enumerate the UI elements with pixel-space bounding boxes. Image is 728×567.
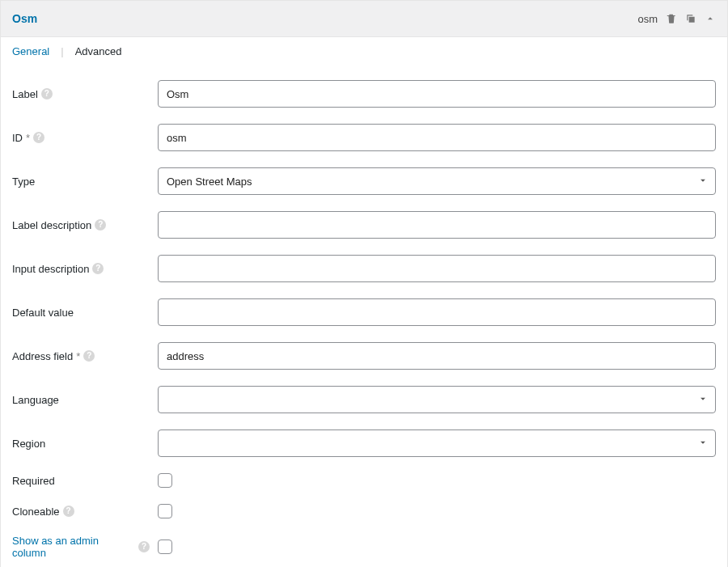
collapse-icon[interactable] bbox=[705, 13, 716, 24]
field-label-text: Cloneable bbox=[12, 506, 60, 518]
field-label-text: Default value bbox=[12, 307, 74, 319]
label-label: Label ? bbox=[12, 88, 158, 100]
required-checkbox[interactable] bbox=[158, 473, 172, 488]
label-admin-column[interactable]: Show as an admin column ? bbox=[12, 535, 158, 559]
chevron-down-icon bbox=[697, 437, 709, 451]
label-required: Required bbox=[12, 475, 158, 487]
field-label-text: Required bbox=[12, 475, 55, 487]
row-label: Label ? bbox=[12, 72, 716, 116]
panel-header: Osm osm bbox=[1, 1, 727, 37]
help-icon[interactable]: ? bbox=[33, 132, 44, 143]
help-icon[interactable]: ? bbox=[92, 263, 104, 274]
trash-icon[interactable] bbox=[666, 13, 677, 24]
tab-advanced[interactable]: Advanced bbox=[75, 45, 122, 64]
type-select[interactable]: Open Street Maps bbox=[158, 167, 716, 195]
field-label-text: Show as an admin column bbox=[12, 535, 135, 559]
label-id: ID* ? bbox=[12, 132, 158, 144]
field-label-text: Label description bbox=[12, 219, 91, 231]
tab-separator: | bbox=[61, 45, 63, 64]
field-panel: Osm osm General | Advanced Label ? bbox=[0, 0, 728, 567]
label-address-field: Address field* ? bbox=[12, 350, 158, 362]
panel-title[interactable]: Osm bbox=[12, 12, 37, 25]
row-type: Type Open Street Maps bbox=[12, 159, 716, 203]
row-default-value: Default value bbox=[12, 290, 716, 334]
label-type: Type bbox=[12, 176, 158, 188]
label-language: Language bbox=[12, 394, 158, 406]
row-label-desc: Label description ? bbox=[12, 203, 716, 247]
id-input[interactable] bbox=[158, 124, 716, 151]
field-label-text: Address field bbox=[12, 350, 73, 362]
field-label-text: ID bbox=[12, 132, 23, 144]
field-label-text: Language bbox=[12, 394, 59, 406]
row-region: Region bbox=[12, 421, 716, 465]
panel-slug: osm bbox=[637, 13, 658, 25]
panel-actions: osm bbox=[637, 13, 716, 25]
form-body: Label ? ID* ? Type Open Street Maps bbox=[1, 64, 727, 567]
label-region: Region bbox=[12, 438, 158, 450]
required-mark: * bbox=[76, 350, 80, 362]
row-id: ID* ? bbox=[12, 116, 716, 159]
row-input-desc: Input description ? bbox=[12, 247, 716, 290]
field-label-text: Label bbox=[12, 88, 38, 100]
field-label-text: Region bbox=[12, 438, 45, 450]
chevron-down-icon bbox=[697, 175, 709, 188]
duplicate-icon[interactable] bbox=[685, 13, 696, 24]
label-input[interactable] bbox=[158, 80, 716, 108]
region-select[interactable] bbox=[158, 429, 716, 457]
field-label-text: Type bbox=[12, 176, 35, 188]
required-mark: * bbox=[26, 132, 30, 144]
default-value-input[interactable] bbox=[158, 298, 716, 326]
cloneable-checkbox[interactable] bbox=[158, 504, 172, 518]
row-admin-column: Show as an admin column ? bbox=[12, 527, 716, 567]
help-icon[interactable]: ? bbox=[41, 88, 53, 99]
field-label-text: Input description bbox=[12, 263, 89, 275]
label-input-desc: Input description ? bbox=[12, 263, 158, 275]
input-desc-input[interactable] bbox=[158, 255, 716, 282]
help-icon[interactable]: ? bbox=[138, 541, 150, 552]
row-required: Required bbox=[12, 465, 716, 496]
select-value: Open Street Maps bbox=[167, 176, 252, 188]
label-cloneable: Cloneable ? bbox=[12, 506, 158, 518]
help-icon[interactable]: ? bbox=[83, 350, 95, 362]
help-icon[interactable]: ? bbox=[63, 506, 74, 517]
row-cloneable: Cloneable ? bbox=[12, 496, 716, 527]
label-desc-input[interactable] bbox=[158, 211, 716, 239]
admin-column-checkbox[interactable] bbox=[158, 539, 172, 554]
row-address-field: Address field* ? bbox=[12, 334, 716, 378]
chevron-down-icon bbox=[697, 393, 709, 407]
address-field-input[interactable] bbox=[158, 342, 716, 370]
help-icon[interactable]: ? bbox=[95, 219, 106, 231]
label-default-value: Default value bbox=[12, 307, 158, 319]
row-language: Language bbox=[12, 378, 716, 421]
label-label-desc: Label description ? bbox=[12, 219, 158, 231]
language-select[interactable] bbox=[158, 386, 716, 413]
tabs: General | Advanced bbox=[1, 37, 727, 64]
tab-general[interactable]: General bbox=[12, 45, 49, 64]
